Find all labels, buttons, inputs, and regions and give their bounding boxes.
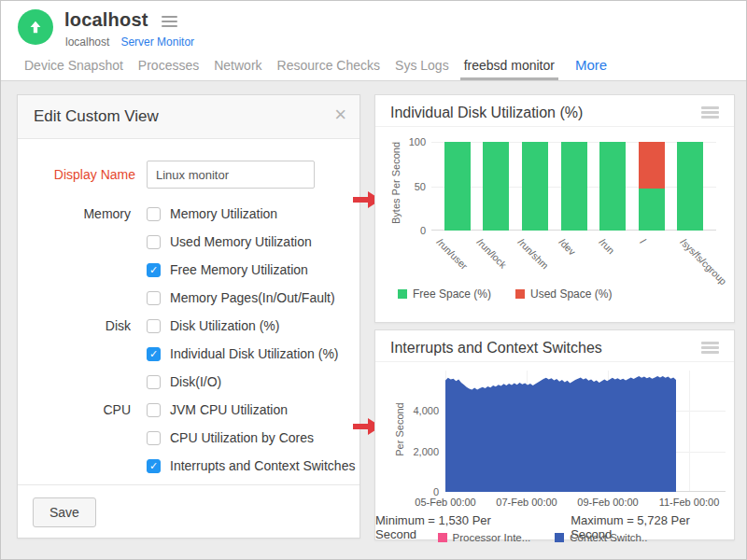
ytick-label: 50 xyxy=(392,181,426,192)
context-switches-area-series xyxy=(445,371,726,492)
tab-processes[interactable]: Processes xyxy=(131,52,206,80)
option-label-disk-utilization: Disk Utilization (%) xyxy=(170,318,279,333)
ytick-label: 2,000 xyxy=(405,446,439,457)
group-label-cpu: CPU xyxy=(18,402,147,417)
metric-option-groups: MemoryMemory UtilizationUsed Memory Util… xyxy=(18,200,359,480)
tab-resource-checks[interactable]: Resource Checks xyxy=(270,52,388,80)
chart-menu-icon[interactable] xyxy=(701,342,719,356)
legend-swatch xyxy=(438,533,447,542)
bar-run-user[interactable] xyxy=(444,142,471,231)
interrupts-chart-title: Interrupts and Context Switches xyxy=(390,340,602,357)
tab-sys-logs[interactable]: Sys Logs xyxy=(388,52,457,80)
option-row: CPU Utilization by Cores xyxy=(18,424,359,452)
disk-card-header: Individual Disk Utilization (%) xyxy=(375,95,734,127)
xcat-label-run-user: /run/user xyxy=(434,236,470,272)
disk-chart-legend: Free Space (%)Used Space (%) xyxy=(398,287,636,301)
checkbox-memory-utilization[interactable] xyxy=(147,207,161,221)
checkbox-disk-i-o[interactable] xyxy=(147,375,161,389)
legend-item-used-space[interactable]: Used Space (%) xyxy=(515,287,612,301)
legend-item-context-switch[interactable]: Context Switch.. xyxy=(555,532,647,543)
xcat-label-run-lock: /run/lock xyxy=(475,236,510,271)
checkbox-individual-disk-utilization[interactable]: ✓ xyxy=(147,347,161,361)
legend-swatch xyxy=(398,289,407,299)
checkbox-used-memory-utilization[interactable] xyxy=(147,235,161,249)
display-name-label: Display Name xyxy=(18,167,147,182)
up-arrow-icon xyxy=(27,19,44,35)
option-row: Used Memory Utilization xyxy=(18,228,359,256)
xtick-label-09-feb-00-00: 09-Feb 00:00 xyxy=(577,497,638,508)
group-label-disk: Disk xyxy=(18,318,147,333)
legend-swatch xyxy=(515,289,525,299)
xcat-label-dev: /dev xyxy=(557,236,578,258)
breadcrumb: localhostServer Monitor xyxy=(65,35,194,49)
breadcrumb-server-monitor-link[interactable]: Server Monitor xyxy=(120,35,194,49)
free-space-segment xyxy=(677,142,703,231)
tab-device-snapshot[interactable]: Device Snapshot xyxy=(17,52,131,80)
xtick-label-05-feb-00-00: 05-Feb 00:00 xyxy=(415,497,475,508)
dialog-title: Edit Custom View xyxy=(34,107,159,126)
interrupts-card: Interrupts and Context Switches Per Seco… xyxy=(374,329,735,540)
option-row: DiskDisk Utilization (%) xyxy=(18,312,359,340)
breadcrumb-host: localhost xyxy=(65,35,109,49)
checkbox-jvm-cpu-utilization[interactable] xyxy=(147,403,161,417)
bar-run-shm[interactable] xyxy=(522,142,548,231)
xtick-label-07-feb-00-00: 07-Feb 00:00 xyxy=(496,497,557,508)
free-space-segment xyxy=(599,142,626,231)
legend-swatch xyxy=(555,533,564,542)
free-space-segment xyxy=(522,142,548,231)
option-label-free-memory-utilization: Free Memory Utilization xyxy=(170,262,308,277)
interrupts-chart-legend: Processor Inte...Context Switch.. xyxy=(375,532,734,543)
dialog-header: Edit Custom View × xyxy=(18,95,359,139)
interrupts-card-header: Interrupts and Context Switches xyxy=(375,330,734,362)
edit-custom-view-dialog: Edit Custom View × Display Name MemoryMe… xyxy=(17,94,360,539)
checkbox-interrupts-and-context-switches[interactable]: ✓ xyxy=(147,459,161,473)
option-row: Memory Pages(In/Out/Fault) xyxy=(18,284,359,312)
disk-chart-title: Individual Disk Utilization (%) xyxy=(390,105,583,121)
option-row: ✓Interrupts and Context Switches xyxy=(18,452,359,480)
tab-network[interactable]: Network xyxy=(206,52,269,80)
used-space-segment xyxy=(639,142,665,189)
option-label-jvm-cpu-utilization: JVM CPU Utilization xyxy=(170,402,288,417)
tab-freebsd-monitor[interactable]: freebsd monitor xyxy=(457,52,562,80)
interrupts-area-plot xyxy=(445,371,726,492)
free-space-segment xyxy=(639,189,665,231)
bar-dev[interactable] xyxy=(561,142,587,231)
title-menu-icon[interactable] xyxy=(162,16,177,30)
option-label-used-memory-utilization: Used Memory Utilization xyxy=(170,234,312,249)
top-bar: localhost localhostServer Monitor Device… xyxy=(1,1,746,81)
bar-series xyxy=(431,142,716,231)
checkbox-memory-pages-in-out-fault[interactable] xyxy=(147,291,161,305)
legend-label: Context Switch.. xyxy=(570,532,647,543)
ytick-label: 4,000 xyxy=(405,405,439,416)
legend-item-free-space[interactable]: Free Space (%) xyxy=(398,287,491,301)
tab-bar: Device SnapshotProcessesNetworkResource … xyxy=(17,52,614,80)
save-button[interactable]: Save xyxy=(33,497,96,527)
display-name-input[interactable] xyxy=(147,161,315,189)
bar-run[interactable] xyxy=(599,142,626,231)
free-space-segment xyxy=(561,142,587,231)
xcat-label-: / xyxy=(638,236,648,246)
tab-more[interactable]: More xyxy=(568,52,614,80)
close-icon[interactable]: × xyxy=(334,105,346,125)
option-label-interrupts-and-context-switches: Interrupts and Context Switches xyxy=(170,458,355,473)
bar-[interactable] xyxy=(639,142,665,231)
bar-sys-fs-cgroup[interactable] xyxy=(677,142,703,231)
disk-utilization-card: Individual Disk Utilization (%) Bytes Pe… xyxy=(374,94,735,323)
display-name-row: Display Name xyxy=(18,161,359,189)
option-row: Disk(I/O) xyxy=(18,368,359,396)
page-title: localhost xyxy=(64,9,148,31)
disk-bar-plot xyxy=(431,142,716,231)
ytick-label: 0 xyxy=(392,225,426,236)
free-space-segment xyxy=(444,142,471,231)
group-label-memory: Memory xyxy=(18,206,147,221)
option-label-individual-disk-utilization: Individual Disk Utilization (%) xyxy=(170,346,339,361)
option-row: ✓Free Memory Utilization xyxy=(18,256,359,284)
legend-item-processor-inte[interactable]: Processor Inte... xyxy=(438,532,531,543)
chart-menu-icon[interactable] xyxy=(701,106,719,120)
bar-run-lock[interactable] xyxy=(483,142,509,231)
checkbox-free-memory-utilization[interactable]: ✓ xyxy=(147,263,161,277)
checkbox-cpu-utilization-by-cores[interactable] xyxy=(147,431,161,445)
ytick-label: 100 xyxy=(392,136,426,147)
xcat-label-sys-fs-cgroup: /sys/fs/cgroup xyxy=(679,236,729,287)
checkbox-disk-utilization[interactable] xyxy=(147,319,161,333)
